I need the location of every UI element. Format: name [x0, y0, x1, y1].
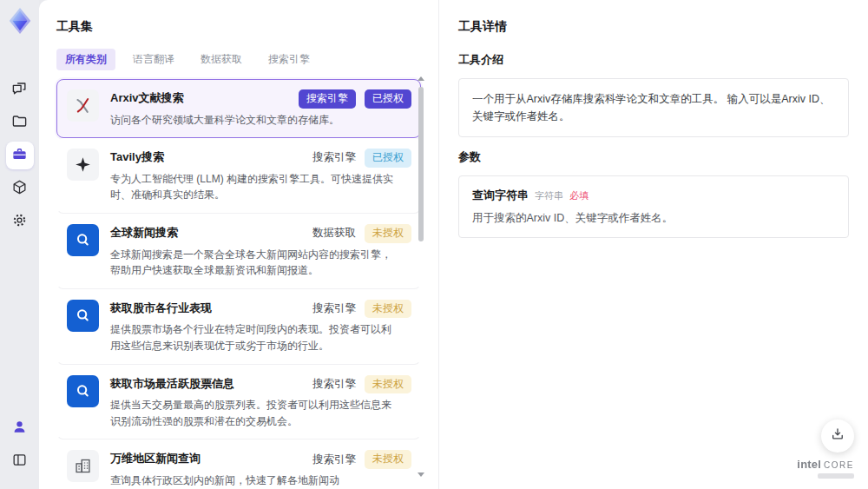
tavily-icon — [67, 149, 99, 181]
tool-category-badge: 搜索引擎 — [312, 150, 356, 165]
tool-meta: 搜索引擎 未授权 — [312, 450, 411, 469]
intel-core-logo: intel CORE — [797, 458, 854, 479]
tool-category-badge: 搜索引擎 — [312, 377, 356, 392]
scrollbar-thumb[interactable] — [418, 87, 424, 241]
tool-category-badge: 搜索引擎 — [299, 89, 356, 109]
sidebar-item-chat[interactable] — [6, 76, 34, 103]
chat-icon — [11, 80, 28, 100]
download-button[interactable] — [821, 420, 854, 453]
tool-name: 全球新闻搜索 — [110, 224, 178, 241]
tool-name: 万维地区新闻查询 — [110, 450, 201, 466]
scroll-down-arrow-icon[interactable] — [418, 472, 424, 477]
tool-list-item[interactable]: Tavily搜索 搜索引擎 已授权 专为人工智能代理 (LLM) 构建的搜索引擎… — [56, 138, 421, 214]
app-icon — [67, 224, 99, 256]
tool-status-badge: 未授权 — [365, 450, 411, 469]
tool-status-badge: 未授权 — [365, 224, 411, 243]
tool-meta: 搜索引擎 已授权 — [299, 89, 411, 109]
tool-body: 万维地区新闻查询 搜索引擎 未授权 查询具体行政区划内的新闻，快速了解各地新闻动 — [110, 450, 411, 488]
tool-meta: 搜索引擎 已授权 — [312, 149, 411, 168]
cube-icon — [11, 179, 28, 199]
parameter-name: 查询字符串 — [472, 188, 529, 203]
params-section-title: 参数 — [458, 149, 849, 165]
tool-meta: 搜索引擎 未授权 — [312, 300, 411, 319]
scroll-up-arrow-icon[interactable] — [418, 76, 424, 81]
category-tab[interactable]: 搜索引擎 — [260, 49, 319, 70]
parameter-header: 查询字符串 字符串 必填 — [472, 188, 835, 203]
category-tab[interactable]: 数据获取 — [192, 49, 251, 70]
tab-label: 数据获取 — [201, 53, 242, 65]
tool-detail-panel: 工具详情 工具介绍 一个用于从Arxiv存储库搜索科学论文和文章的工具。 输入可… — [438, 0, 868, 489]
rail-nav-top — [6, 70, 34, 241]
parameter-type: 字符串 — [535, 189, 563, 202]
tool-header: 万维地区新闻查询 搜索引擎 未授权 — [110, 450, 411, 469]
app-window: 工具集 所有类别 语言翻译 数据获取 搜索引擎 Arxiv文献搜索 搜索引擎 已… — [0, 0, 868, 489]
tool-description: 提供当天交易量最高的股票列表。投资者可以利用这些信息来识别流动性强的股票和潜在的… — [110, 397, 397, 429]
user-icon — [11, 419, 28, 439]
parameter-required-badge: 必填 — [569, 189, 589, 202]
tab-label: 所有类别 — [65, 53, 107, 65]
tool-body: Arxiv文献搜索 搜索引擎 已授权 访问各个研究领域大量科学论文和文章的存储库… — [110, 89, 411, 128]
tool-list-item[interactable]: 全球新闻搜索 数据获取 未授权 全球新闻搜索是一个聚合全球各大新闻网站内容的搜索… — [56, 214, 421, 289]
rail-nav-bottom — [6, 409, 34, 480]
parameter-card: 查询字符串 字符串 必填 用于搜索的Arxiv ID、关键字或作者姓名。 — [458, 175, 849, 238]
tool-header: 获取市场最活跃股票信息 搜索引擎 未授权 — [110, 375, 411, 394]
tool-list-item[interactable]: 获取市场最活跃股票信息 搜索引擎 未授权 提供当天交易量最高的股票列表。投资者可… — [56, 365, 421, 440]
sidebar-item-gear[interactable] — [6, 208, 34, 235]
tool-header: Tavily搜索 搜索引擎 已授权 — [110, 149, 411, 168]
tool-list-item[interactable]: 获取股市各行业表现 搜索引擎 未授权 提供股票市场各个行业在特定时间段内的表现。… — [56, 289, 421, 365]
category-tab[interactable]: 语言翻译 — [124, 49, 183, 70]
sidebar-item-toolbox[interactable] — [6, 142, 34, 169]
building-icon — [67, 450, 99, 482]
tab-label: 语言翻译 — [133, 53, 174, 65]
tool-category-badge: 搜索引擎 — [312, 301, 356, 316]
tool-status-badge: 已授权 — [365, 89, 411, 109]
app-icon — [67, 300, 99, 332]
tool-status-badge: 未授权 — [365, 375, 411, 394]
tool-name: 获取股市各行业表现 — [110, 300, 212, 316]
tool-description: 专为人工智能代理 (LLM) 构建的搜索引擎工具。可快速提供实时、准确和真实的结… — [110, 171, 397, 203]
detail-title: 工具详情 — [458, 19, 849, 35]
tool-body: Tavily搜索 搜索引擎 已授权 专为人工智能代理 (LLM) 构建的搜索引擎… — [110, 149, 411, 203]
tool-body: 全球新闻搜索 数据获取 未授权 全球新闻搜索是一个聚合全球各大新闻网站内容的搜索… — [110, 224, 411, 279]
tool-category-badge: 搜索引擎 — [312, 453, 356, 467]
gear-icon — [11, 212, 28, 232]
sidebar-item-cube[interactable] — [6, 175, 34, 202]
tool-meta: 数据获取 未授权 — [312, 224, 411, 243]
sidebar-item-folder[interactable] — [6, 109, 34, 136]
sidebar-item-user[interactable] — [6, 414, 34, 442]
intro-section-title: 工具介绍 — [458, 52, 849, 68]
tool-header: 获取股市各行业表现 搜索引擎 未授权 — [110, 300, 411, 319]
app-logo-crystal-icon — [5, 6, 35, 36]
tab-label: 搜索引擎 — [268, 53, 310, 65]
tool-body: 获取股市各行业表现 搜索引擎 未授权 提供股票市场各个行业在特定时间段内的表现。… — [110, 300, 411, 354]
tool-list-item[interactable]: Arxiv文献搜索 搜索引擎 已授权 访问各个研究领域大量科学论文和文章的存储库… — [56, 79, 421, 138]
tool-list: Arxiv文献搜索 搜索引擎 已授权 访问各个研究领域大量科学论文和文章的存储库… — [56, 79, 421, 489]
tool-header: Arxiv文献搜索 搜索引擎 已授权 — [110, 89, 411, 109]
tool-name: 获取市场最活跃股票信息 — [110, 375, 234, 392]
core-wordmark: CORE — [824, 460, 854, 470]
tool-meta: 搜索引擎 未授权 — [312, 375, 411, 394]
category-tab[interactable]: 所有类别 — [56, 49, 115, 70]
tool-body: 获取市场最活跃股票信息 搜索引擎 未授权 提供当天交易量最高的股票列表。投资者可… — [110, 375, 411, 430]
main-content: 工具集 所有类别 语言翻译 数据获取 搜索引擎 Arxiv文献搜索 搜索引擎 已… — [39, 0, 868, 489]
sidebar-item-panel-toggle[interactable] — [6, 447, 34, 475]
page-title: 工具集 — [56, 19, 438, 35]
arxiv-icon — [67, 89, 99, 122]
intel-wordmark: intel — [797, 458, 821, 471]
tool-list-item[interactable]: 万维地区新闻查询 搜索引擎 未授权 查询具体行政区划内的新闻，快速了解各地新闻动 — [56, 439, 421, 489]
tool-header: 全球新闻搜索 数据获取 未授权 — [110, 224, 411, 243]
tool-name: Tavily搜索 — [110, 149, 164, 165]
tool-description: 提供股票市场各个行业在特定时间段内的表现。投资者可以利用这些信息来识别表现优于或… — [110, 321, 397, 354]
tool-name: Arxiv文献搜索 — [110, 89, 184, 106]
tool-description: 访问各个研究领域大量科学论文和文章的存储库。 — [110, 112, 397, 129]
tool-category-badge: 数据获取 — [312, 226, 356, 241]
download-tray-icon — [830, 426, 845, 446]
tool-status-badge: 未授权 — [365, 300, 411, 319]
tool-description: 全球新闻搜索是一个聚合全球各大新闻网站内容的搜索引擎，帮助用户快速获取全球最新资… — [110, 247, 397, 279]
tool-list-panel: 工具集 所有类别 语言翻译 数据获取 搜索引擎 Arxiv文献搜索 搜索引擎 已… — [39, 0, 438, 489]
tool-status-badge: 已授权 — [365, 149, 411, 168]
left-rail — [0, 0, 39, 489]
list-scrollbar[interactable] — [418, 76, 425, 477]
intel-badge-bar — [818, 473, 854, 479]
category-tabs: 所有类别 语言翻译 数据获取 搜索引擎 — [56, 49, 438, 70]
